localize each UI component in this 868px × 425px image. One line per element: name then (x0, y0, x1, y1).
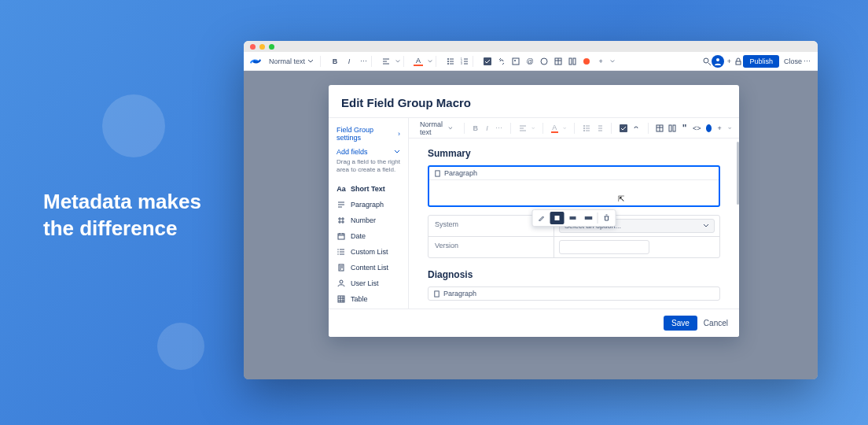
number-list-icon[interactable]: 123 (460, 57, 469, 66)
svg-text:3: 3 (461, 62, 462, 65)
user-avatar-icon[interactable] (712, 55, 724, 68)
floating-toolbar (532, 209, 616, 227)
align-icon[interactable] (381, 57, 391, 66)
layout-center-icon[interactable] (550, 212, 565, 224)
svg-rect-7 (513, 58, 519, 65)
svg-point-8 (514, 60, 516, 61)
lock-icon[interactable] (734, 57, 743, 66)
short-text-icon: Aa (337, 184, 346, 194)
bullet-list-icon[interactable] (583, 124, 590, 133)
mention-icon[interactable]: @ (525, 57, 535, 66)
mac-window: Normal text B I ⋯ A 123 @ (244, 41, 818, 379)
more-icon[interactable]: ⋯ (802, 57, 811, 66)
add-fields-toggle[interactable]: Add fields (337, 148, 400, 156)
close-button[interactable]: Close (784, 57, 802, 65)
svg-point-0 (447, 58, 449, 60)
chevron-down-icon (395, 59, 400, 64)
text-style-select[interactable]: Normal text (266, 56, 317, 67)
hero-headline: Metadata makes the difference (43, 189, 201, 242)
quote-icon[interactable]: " (681, 124, 688, 133)
chevron-down-icon (703, 223, 709, 229)
svg-rect-16 (736, 61, 741, 65)
table-icon[interactable] (656, 124, 664, 133)
link-icon[interactable] (632, 124, 640, 133)
chevron-down-icon (428, 59, 432, 64)
paragraph-textarea[interactable]: ⇱ (429, 180, 719, 205)
field-type-content-list[interactable]: Content List (337, 260, 400, 275)
edit-macro-modal: Edit Field Group Macro Field Group setti… (329, 85, 739, 337)
svg-rect-6 (484, 57, 491, 65)
svg-rect-17 (338, 234, 344, 239)
italic-icon[interactable]: I (344, 57, 354, 66)
more-icon[interactable]: ⋯ (495, 124, 502, 133)
text-style-label: Normal text (420, 120, 446, 136)
link-icon[interactable] (497, 57, 506, 66)
publish-button[interactable]: Publish (743, 55, 779, 68)
field-type-short-text[interactable]: Aa Short Text (337, 181, 400, 197)
action-item-icon[interactable] (620, 124, 627, 133)
chevron-down-icon (563, 126, 566, 131)
editor-text-style-select[interactable]: Normal text (417, 119, 456, 138)
svg-point-24 (583, 125, 585, 127)
field-label: Table (351, 295, 368, 303)
layout-wide-icon[interactable] (566, 212, 580, 224)
search-icon[interactable] (702, 57, 712, 66)
field-label: Short Text (351, 185, 385, 193)
paragraph-label: Paragraph (444, 169, 477, 177)
svg-point-19 (337, 251, 338, 252)
svg-rect-35 (585, 216, 593, 220)
image-icon[interactable] (511, 57, 520, 66)
macro-icon[interactable] (582, 57, 591, 66)
edit-icon[interactable] (535, 212, 549, 224)
align-icon[interactable] (519, 124, 527, 133)
info-icon[interactable] (706, 124, 712, 132)
save-button[interactable]: Save (664, 316, 697, 331)
delete-icon[interactable] (600, 212, 614, 224)
field-label: Date (351, 232, 366, 240)
italic-icon[interactable]: I (484, 124, 491, 133)
mac-zoom-icon[interactable] (269, 44, 274, 50)
text-color-icon[interactable]: A (414, 57, 423, 66)
version-input[interactable] (559, 240, 649, 254)
field-type-user-list[interactable]: User List (337, 275, 400, 291)
bold-icon[interactable]: B (472, 124, 479, 133)
svg-rect-30 (673, 125, 675, 131)
layout-icon[interactable] (668, 124, 676, 133)
mac-minimize-icon[interactable] (259, 44, 265, 50)
field-type-date[interactable]: Date (337, 228, 400, 244)
scrollbar[interactable] (737, 142, 739, 205)
svg-rect-23 (338, 296, 344, 302)
cancel-button[interactable]: Cancel (704, 319, 728, 327)
layout-full-icon[interactable] (582, 212, 596, 224)
field-type-number[interactable]: Number (337, 213, 400, 228)
bold-icon[interactable]: B (330, 57, 340, 66)
paragraph-field-2[interactable]: Paragraph (428, 286, 720, 301)
field-type-custom-list[interactable]: Custom List (337, 244, 400, 260)
svg-rect-33 (555, 216, 560, 220)
table-icon[interactable] (554, 57, 563, 66)
svg-point-14 (704, 58, 708, 63)
plus-icon[interactable]: + (596, 57, 605, 66)
field-type-paragraph[interactable]: Paragraph (337, 197, 400, 213)
hero-line-2: the difference (43, 216, 201, 242)
paragraph-field-selected[interactable]: Paragraph ⇱ (428, 165, 720, 207)
field-group-settings-link[interactable]: Field Group settings › (337, 126, 400, 142)
svg-rect-12 (573, 58, 576, 65)
action-item-icon[interactable] (483, 57, 492, 66)
emoji-icon[interactable] (539, 57, 549, 66)
field-type-table[interactable]: Table (337, 291, 400, 307)
more-format-icon[interactable]: ⋯ (359, 57, 368, 66)
invite-icon[interactable]: + (724, 57, 734, 66)
bullet-list-icon[interactable] (446, 57, 455, 66)
mac-close-icon[interactable] (250, 44, 256, 50)
svg-point-2 (447, 63, 449, 65)
version-label: Version (428, 237, 554, 257)
plus-icon[interactable]: + (716, 124, 723, 133)
text-color-icon[interactable]: A (551, 124, 558, 133)
number-list-icon[interactable] (595, 124, 603, 133)
hero-line-1: Metadata makes (43, 189, 201, 216)
svg-rect-31 (436, 170, 440, 176)
calendar-icon (337, 231, 346, 241)
layout-icon[interactable] (568, 57, 577, 66)
code-icon[interactable]: <> (693, 124, 701, 133)
